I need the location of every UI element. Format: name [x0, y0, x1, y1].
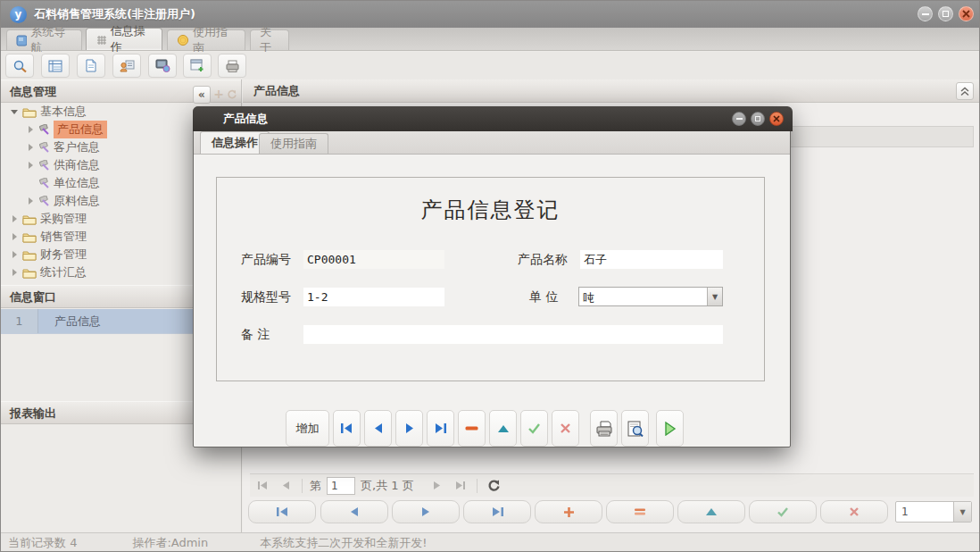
dialog-tab-user-guide[interactable]: 使用指南 [259, 133, 328, 154]
tool-icon [38, 124, 50, 135]
new-window-button[interactable] [183, 54, 212, 78]
nav-cancel-button[interactable] [820, 500, 888, 523]
last-page-icon [454, 481, 466, 490]
close-button[interactable] [959, 6, 974, 21]
search-icon [12, 59, 28, 73]
nav-post-button[interactable] [749, 500, 817, 523]
expander-down-icon[interactable] [11, 110, 18, 114]
page-suffix: 页,共 1 页 [361, 478, 414, 494]
db-delete-button[interactable] [458, 410, 486, 447]
expander-right-icon[interactable] [29, 197, 33, 205]
folder-icon [22, 106, 37, 118]
page-prefix: 第 [310, 478, 321, 494]
pagination-bar: 第 页,共 1 页 [250, 473, 974, 497]
db-prior-button[interactable] [364, 410, 392, 447]
db-last-button[interactable] [427, 410, 454, 447]
nav-prior-button[interactable] [320, 500, 388, 523]
nav-insert-button[interactable] [535, 500, 602, 523]
dialog-minimize-button[interactable] [732, 112, 746, 126]
product-name-field[interactable] [580, 250, 723, 269]
db-first-button[interactable] [333, 410, 361, 447]
tab-user-guide[interactable]: 使用指南 [167, 29, 245, 50]
expander-right-icon[interactable] [12, 215, 17, 222]
product-info-dialog: 产品信息 信息操作 使用指南 产品信息登记 产品编号 产品名称 [193, 106, 791, 447]
form-title: 产品信息登记 [217, 196, 764, 224]
db-preview-button[interactable] [621, 410, 649, 447]
tab-about[interactable]: 关于 [250, 29, 289, 50]
nav-edit-button[interactable] [677, 500, 745, 523]
nav-first-button[interactable] [248, 500, 316, 523]
document-button[interactable] [77, 54, 105, 78]
app-window: y 石料销售管理系统(非注册用户) 系统导航 信息操作 使用指南 关于 [0, 0, 980, 552]
add-button[interactable]: 增加 [286, 410, 329, 447]
expander-right-icon[interactable] [29, 144, 33, 151]
tab-system-nav[interactable]: 系统导航 [6, 29, 82, 50]
status-message: 本系统支持二次开发和全新开发! [260, 535, 427, 551]
dialog-title-bar[interactable]: 产品信息 [193, 106, 793, 131]
db-print-button[interactable] [590, 410, 618, 447]
remark-field[interactable] [303, 325, 723, 344]
expander-right-icon[interactable] [29, 126, 33, 133]
tool-icon [38, 196, 50, 206]
close-icon [962, 10, 970, 18]
unit-combobox[interactable]: 吨 ▼ [578, 287, 723, 306]
prior-page-icon [281, 481, 291, 490]
window-title: 石料销售管理系统(非注册用户) [34, 6, 195, 22]
content-header: 产品信息 [243, 79, 980, 103]
expander-right-icon[interactable] [12, 269, 17, 276]
db-next-button[interactable] [395, 410, 423, 447]
first-icon [340, 422, 353, 434]
page-next-button[interactable] [428, 477, 446, 495]
app-logo-icon: y [10, 6, 27, 23]
search-document-button[interactable] [5, 54, 34, 78]
expander-right-icon[interactable] [29, 162, 33, 169]
sidebar-collapse-button[interactable]: « [193, 86, 211, 104]
refresh-icon [486, 479, 501, 492]
record-nav-bar: 1 ▼ [243, 499, 980, 528]
refresh-icon-disabled [227, 89, 237, 100]
receipt-printer-button[interactable] [218, 54, 246, 78]
monitor-globe-button[interactable] [148, 54, 177, 78]
document-icon [85, 59, 97, 72]
expander-right-icon[interactable] [12, 233, 17, 240]
next-page-icon [432, 481, 442, 490]
chevron-down-icon[interactable]: ▼ [707, 288, 722, 305]
table-view-button[interactable] [41, 54, 70, 78]
product-code-field[interactable] [303, 250, 444, 269]
dialog-close-button[interactable] [769, 112, 784, 126]
printer-icon [595, 421, 613, 437]
x-icon [849, 506, 860, 517]
remark-label: 备 注 [241, 327, 270, 343]
refresh-button[interactable] [485, 477, 502, 495]
spec-field[interactable] [303, 288, 444, 306]
tab-info-operation[interactable]: 信息操作 [86, 28, 162, 50]
user-report-button[interactable] [112, 54, 141, 78]
page-first-button[interactable] [253, 477, 271, 495]
nav-last-button[interactable] [463, 500, 531, 523]
expander-right-icon[interactable] [12, 251, 17, 258]
maximize-button[interactable] [938, 6, 953, 21]
minimize-button[interactable] [918, 6, 933, 21]
operator-text: 操作者:Admin [132, 535, 208, 551]
tool-icon [38, 142, 50, 153]
panel-collapse-button[interactable] [956, 82, 974, 100]
page-last-button[interactable] [452, 477, 469, 495]
check-icon [527, 422, 541, 434]
folder-icon [22, 249, 37, 261]
db-run-button[interactable] [656, 410, 684, 447]
record-count-text: 当前记录数 4 [8, 535, 77, 551]
nav-delete-button[interactable] [606, 500, 674, 523]
chevron-down-icon: ▼ [953, 502, 971, 522]
record-count-selector[interactable]: 1 ▼ [895, 501, 972, 523]
db-post-button[interactable] [520, 410, 548, 447]
product-code-label: 产品编号 [241, 252, 291, 268]
db-cancel-button[interactable] [552, 410, 579, 447]
next-icon [404, 422, 415, 434]
page-number-input[interactable] [327, 477, 355, 495]
chevron-double-up-icon [960, 87, 969, 96]
page-prior-button[interactable] [277, 477, 295, 495]
nav-next-button[interactable] [392, 500, 460, 523]
divider [477, 479, 478, 493]
dialog-maximize-button[interactable] [751, 112, 765, 126]
db-edit-button[interactable] [489, 410, 517, 447]
